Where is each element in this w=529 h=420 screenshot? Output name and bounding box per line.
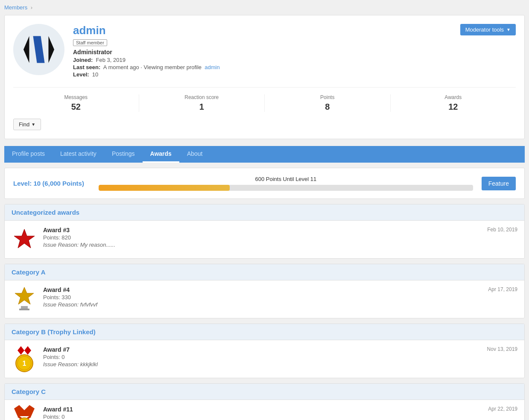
award-points: Points: 0 — [43, 354, 481, 360]
level-value: 10 — [92, 71, 98, 78]
award-reason: Issue Reason: My reason...... — [43, 242, 481, 248]
category-header-b: Category B (Trophy Linked) — [5, 324, 524, 340]
category-header-c: Category C — [5, 384, 524, 400]
messages-label: Messages — [13, 94, 139, 100]
award-icon-star-gold — [12, 286, 37, 312]
award-date: Feb 10, 2019 — [487, 227, 517, 233]
svg-text:1: 1 — [23, 360, 26, 367]
svg-marker-2 — [33, 36, 45, 63]
profile-last-seen: Last seen: A moment ago · Viewing member… — [73, 64, 516, 70]
level-section: Level: 10 (6,000 Points) 600 Points Unti… — [4, 168, 525, 199]
points-label: Points — [265, 94, 390, 100]
award-item: ★ Award #11 Points: 0 Issue Reason: test… — [5, 400, 524, 420]
svg-marker-12 — [14, 405, 35, 416]
profile-role: Administrator — [73, 49, 516, 55]
profile-card: admin Staff member Administrator Joined:… — [4, 15, 525, 139]
last-seen-link[interactable]: admin — [205, 64, 219, 70]
tab-profile-posts[interactable]: Profile posts — [4, 146, 53, 163]
award-category-c: Category C ★ Award #11 Points: 0 Issue R… — [4, 383, 525, 420]
award-details: Award #7 Points: 0 Issue Reason: kkkjklk… — [43, 346, 481, 368]
tab-about[interactable]: About — [179, 146, 210, 163]
last-seen-label: Last seen: — [73, 64, 100, 70]
profile-joined: Joined: Feb 3, 2019 — [73, 57, 516, 63]
award-item: Award #4 Points: 330 Issue Reason: fvfvf… — [5, 280, 524, 318]
progress-bar-background — [99, 185, 473, 191]
award-details: Award #11 Points: 0 Issue Reason: testtt… — [43, 406, 482, 420]
reaction-value: 1 — [139, 102, 265, 112]
award-details: Award #3 Points: 820 Issue Reason: My re… — [43, 227, 481, 248]
award-category-b: Category B (Trophy Linked) 1 Award #7 Po… — [4, 324, 525, 378]
award-name: Award #11 — [43, 406, 482, 413]
award-points: Points: 0 — [43, 414, 482, 420]
joined-value: Feb 3, 2019 — [96, 57, 125, 63]
profile-level: Level: 10 — [73, 71, 516, 78]
svg-marker-0 — [23, 36, 29, 63]
award-item: 1 Award #7 Points: 0 Issue Reason: kkkjk… — [5, 340, 524, 378]
find-button[interactable]: Find — [13, 119, 41, 130]
svg-marker-1 — [49, 36, 55, 63]
svg-rect-5 — [21, 306, 28, 309]
award-reason: Issue Reason: kkkjklkl — [43, 361, 481, 368]
tab-latest-activity[interactable]: Latest activity — [53, 146, 104, 163]
profile-info: admin Staff member Administrator Joined:… — [73, 24, 516, 79]
award-name: Award #4 — [43, 286, 482, 293]
staff-badge: Staff member — [73, 39, 107, 46]
svg-marker-4 — [15, 287, 34, 304]
award-date: Nov 13, 2019 — [487, 346, 517, 352]
award-category-uncategorized: Uncategorized awards Award #3 Points: 82… — [4, 204, 525, 259]
award-reason: Issue Reason: fvfvfvvf — [43, 301, 482, 308]
svg-rect-6 — [19, 309, 29, 310]
award-name: Award #7 — [43, 346, 481, 353]
reaction-label: Reaction score — [139, 94, 265, 100]
last-seen-value: A moment ago · Viewing member profile — [103, 64, 202, 70]
stat-reaction: Reaction score 1 — [139, 94, 265, 112]
award-date: Apr 17, 2019 — [488, 286, 517, 292]
progress-bar-fill — [99, 185, 230, 191]
svg-marker-7 — [18, 346, 24, 355]
award-name: Award #3 — [43, 227, 481, 233]
feature-button[interactable]: Feature — [482, 177, 516, 190]
tabs-nav: Profile posts Latest activity Postings A… — [4, 146, 525, 163]
svg-marker-3 — [14, 229, 35, 248]
level-label: Level: 10 (6,000 Points) — [13, 180, 90, 187]
tab-awards[interactable]: Awards — [143, 146, 179, 163]
stat-awards: Awards 12 — [391, 94, 516, 112]
award-category-a: Category A Award #4 Points: 330 Issue Re… — [4, 264, 525, 318]
award-icon-crown: ★ — [12, 406, 37, 420]
progress-container: 600 Points Until Level 11 — [99, 176, 473, 191]
progress-title: 600 Points Until Level 11 — [99, 176, 473, 182]
awards-value: 12 — [391, 102, 516, 112]
award-icon-star-red — [12, 227, 37, 252]
messages-value: 52 — [13, 102, 139, 112]
avatar — [13, 24, 64, 75]
award-points: Points: 330 — [43, 294, 482, 300]
breadcrumb-separator: › — [31, 4, 32, 11]
stat-messages: Messages 52 — [13, 94, 139, 112]
award-date: Apr 22, 2019 — [488, 406, 517, 412]
svg-marker-8 — [24, 346, 31, 355]
level-label: Level: — [73, 71, 89, 78]
award-icon-medal: 1 — [12, 346, 37, 372]
points-value: 8 — [265, 102, 390, 112]
award-details: Award #4 Points: 330 Issue Reason: fvfvf… — [43, 286, 482, 308]
moderator-tools-button[interactable]: Moderator tools — [460, 24, 516, 35]
breadcrumb: Members › — [4, 0, 525, 15]
category-header-a: Category A — [5, 264, 524, 280]
award-points: Points: 820 — [43, 234, 481, 241]
tab-postings[interactable]: Postings — [104, 146, 143, 163]
profile-username: admin — [73, 24, 516, 37]
breadcrumb-members-link[interactable]: Members — [4, 4, 27, 11]
stat-points: Points 8 — [265, 94, 391, 112]
stats-row: Messages 52 Reaction score 1 Points 8 Aw… — [13, 87, 516, 112]
awards-label: Awards — [391, 94, 516, 100]
category-header-uncategorized: Uncategorized awards — [5, 204, 524, 221]
award-item: Award #3 Points: 820 Issue Reason: My re… — [5, 221, 524, 258]
joined-label: Joined: — [73, 57, 93, 63]
